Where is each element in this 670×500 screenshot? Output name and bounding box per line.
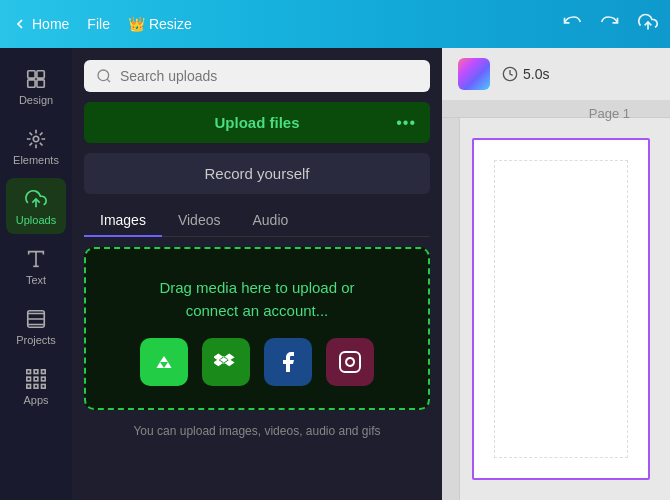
- svg-rect-2: [37, 71, 44, 78]
- ruler-vertical: [442, 118, 460, 500]
- upload-files-label: Upload files: [214, 114, 299, 131]
- sidebar-item-text[interactable]: Text: [6, 238, 66, 294]
- text-icon: [25, 248, 47, 270]
- upload-files-button[interactable]: Upload files •••: [84, 102, 430, 143]
- canvas-frame-inner: [494, 160, 628, 458]
- search-box: [84, 60, 430, 92]
- file-menu[interactable]: File: [87, 16, 110, 32]
- sidebar-projects-label: Projects: [16, 334, 56, 346]
- dropbox-button[interactable]: [202, 338, 250, 386]
- svg-rect-12: [42, 370, 46, 374]
- media-tabs: Images Videos Audio: [84, 204, 430, 237]
- canvas-topbar: 5.0s: [442, 48, 670, 100]
- uploads-panel: Upload files ••• Record yourself Images …: [72, 48, 442, 500]
- svg-rect-4: [37, 80, 44, 87]
- sidebar-item-uploads[interactable]: Uploads: [6, 178, 66, 234]
- topbar: Home File 👑 Resize: [0, 0, 670, 48]
- clock-icon: [502, 66, 518, 82]
- undo-button[interactable]: [562, 12, 582, 36]
- connect-icons: [140, 338, 374, 386]
- svg-rect-21: [340, 352, 360, 372]
- search-input[interactable]: [120, 68, 418, 84]
- sidebar-uploads-label: Uploads: [16, 214, 56, 226]
- svg-rect-17: [34, 385, 38, 389]
- svg-rect-3: [28, 80, 35, 87]
- sidebar-item-apps[interactable]: Apps: [6, 358, 66, 414]
- svg-point-5: [33, 136, 39, 142]
- svg-rect-14: [34, 377, 38, 381]
- drop-zone[interactable]: Drag media here to upload orconnect an a…: [84, 247, 430, 410]
- main-content: Design Elements Uploads Text Projects Ap…: [0, 48, 670, 500]
- facebook-button[interactable]: [264, 338, 312, 386]
- resize-button[interactable]: 👑 Resize: [128, 16, 192, 32]
- svg-point-19: [98, 70, 109, 81]
- record-label: Record yourself: [204, 165, 309, 182]
- sidebar-apps-label: Apps: [23, 394, 48, 406]
- ruler-horizontal: [442, 100, 670, 118]
- svg-rect-11: [34, 370, 38, 374]
- upload-cloud-button[interactable]: [638, 12, 658, 36]
- redo-button[interactable]: [600, 12, 620, 36]
- panel-footer: You can upload images, videos, audio and…: [84, 420, 430, 442]
- sidebar-design-label: Design: [19, 94, 53, 106]
- sidebar-text-label: Text: [26, 274, 46, 286]
- instagram-button[interactable]: [326, 338, 374, 386]
- upload-more-options[interactable]: •••: [396, 114, 416, 132]
- elements-icon: [25, 128, 47, 150]
- sidebar-item-elements[interactable]: Elements: [6, 118, 66, 174]
- page-label: Page 1: [589, 106, 630, 121]
- search-icon: [96, 68, 112, 84]
- apps-icon: [25, 368, 47, 390]
- svg-line-20: [107, 79, 110, 82]
- home-label: Home: [32, 16, 69, 32]
- sidebar: Design Elements Uploads Text Projects Ap…: [0, 48, 72, 500]
- tab-videos[interactable]: Videos: [162, 204, 237, 236]
- sidebar-elements-label: Elements: [13, 154, 59, 166]
- tab-images[interactable]: Images: [84, 204, 162, 236]
- color-palette-icon[interactable]: [458, 58, 490, 90]
- drop-zone-text: Drag media here to upload orconnect an a…: [159, 277, 354, 322]
- sidebar-item-design[interactable]: Design: [6, 58, 66, 114]
- crown-icon: 👑: [128, 16, 145, 32]
- svg-rect-13: [27, 377, 31, 381]
- svg-rect-18: [42, 385, 46, 389]
- uploads-icon: [25, 188, 47, 210]
- google-drive-button[interactable]: [140, 338, 188, 386]
- svg-rect-1: [28, 71, 35, 78]
- tab-audio[interactable]: Audio: [236, 204, 304, 236]
- svg-rect-10: [27, 370, 31, 374]
- canvas-duration: 5.0s: [502, 66, 549, 82]
- sidebar-item-projects[interactable]: Projects: [6, 298, 66, 354]
- canvas-area: 5.0s Page 1: [442, 48, 670, 500]
- svg-rect-16: [27, 385, 31, 389]
- canvas-frame: [472, 138, 650, 480]
- back-home-button[interactable]: Home: [12, 16, 69, 32]
- svg-rect-15: [42, 377, 46, 381]
- record-yourself-button[interactable]: Record yourself: [84, 153, 430, 194]
- projects-icon: [25, 308, 47, 330]
- design-icon: [25, 68, 47, 90]
